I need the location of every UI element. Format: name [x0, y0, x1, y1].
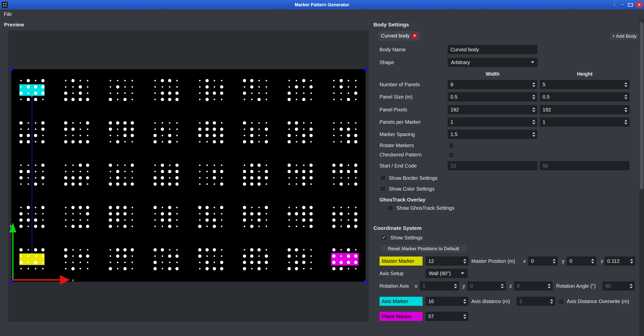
rotate-markers-checkbox[interactable] — [448, 143, 454, 148]
panels-width-spin[interactable] — [448, 80, 537, 89]
spin-down-icon[interactable] — [532, 110, 535, 112]
panel-pixels-width-input[interactable] — [448, 105, 531, 114]
spin-up-icon[interactable] — [553, 259, 556, 261]
spin-down-icon[interactable] — [591, 262, 594, 264]
spin-up-icon[interactable] — [532, 107, 535, 109]
master-position-y-spin[interactable] — [567, 257, 596, 266]
spinner-buttons[interactable] — [531, 118, 537, 126]
spinner-buttons[interactable] — [462, 257, 468, 265]
axis-marker-highlight[interactable] — [19, 84, 45, 96]
master-marker-id-spin[interactable] — [426, 257, 468, 266]
marker-spacing-input[interactable] — [448, 130, 531, 139]
spin-down-icon[interactable] — [501, 287, 504, 288]
panels-height-spin[interactable] — [540, 80, 629, 89]
checkered-pattern-checkbox[interactable] — [448, 152, 454, 158]
spinner-buttons[interactable] — [531, 93, 537, 101]
spin-down-icon[interactable] — [454, 287, 457, 288]
spinner-buttons[interactable] — [462, 297, 468, 306]
minimize-button[interactable]: − — [620, 2, 625, 7]
axis-marker-id-input[interactable] — [426, 297, 462, 306]
axis-setup-select[interactable]: Wall (90°) — [426, 269, 468, 278]
spin-down-icon[interactable] — [624, 110, 627, 112]
rollup-button[interactable]: ↑ — [612, 2, 617, 7]
plane-marker-highlight[interactable] — [331, 253, 359, 266]
panels-height-input[interactable] — [540, 80, 623, 89]
plane-marker-id-input[interactable] — [426, 312, 462, 321]
panels-width-input[interactable] — [448, 80, 531, 89]
body-name-input[interactable] — [448, 45, 537, 54]
spinner-buttons[interactable] — [589, 257, 596, 265]
spin-up-icon[interactable] — [463, 314, 466, 316]
spinner-buttons[interactable] — [623, 80, 629, 89]
close-button[interactable]: × — [636, 2, 642, 8]
panel-size-width-spin[interactable] — [448, 92, 537, 101]
spin-up-icon[interactable] — [532, 132, 535, 134]
spin-up-icon[interactable] — [624, 82, 627, 84]
spin-down-icon[interactable] — [532, 98, 535, 99]
maximize-button[interactable] — [628, 3, 633, 7]
show-border-settings-checkbox[interactable] — [380, 175, 386, 181]
scrollbar-thumb[interactable] — [640, 22, 643, 189]
spin-up-icon[interactable] — [591, 259, 594, 261]
vertical-scrollbar[interactable] — [639, 19, 644, 336]
show-ghostrack-settings-checkbox[interactable] — [388, 205, 393, 211]
master-position-x-spin[interactable] — [528, 257, 558, 266]
shape-select[interactable]: Arbitrary — [448, 58, 538, 67]
spinner-buttons[interactable] — [531, 105, 537, 114]
spinner-buttons[interactable] — [623, 93, 629, 101]
spin-up-icon[interactable] — [548, 284, 551, 285]
spin-up-icon[interactable] — [624, 120, 627, 121]
show-settings-checkbox[interactable] — [381, 235, 387, 240]
spinner-buttons[interactable] — [551, 257, 557, 265]
spin-down-icon[interactable] — [463, 302, 466, 304]
panel-pixels-height-spin[interactable] — [540, 105, 629, 114]
resize-handle[interactable] — [10, 280, 13, 283]
spinner-buttons[interactable] — [628, 257, 635, 265]
spinner-buttons[interactable] — [462, 312, 468, 321]
spin-down-icon[interactable] — [624, 85, 627, 87]
panel-pixels-width-spin[interactable] — [448, 105, 537, 114]
panels-per-marker-height-spin[interactable] — [540, 117, 629, 127]
panels-per-marker-width-input[interactable] — [448, 118, 531, 126]
spin-up-icon[interactable] — [463, 299, 466, 301]
plane-marker-id-spin[interactable] — [426, 312, 468, 321]
axis-distance-overwrite-checkbox[interactable] — [558, 299, 564, 304]
spin-down-icon[interactable] — [532, 85, 535, 87]
spin-up-icon[interactable] — [630, 284, 633, 285]
spin-up-icon[interactable] — [630, 259, 633, 261]
spin-up-icon[interactable] — [532, 120, 535, 121]
spin-down-icon[interactable] — [553, 262, 556, 264]
spin-down-icon[interactable] — [532, 123, 535, 124]
preview-canvas[interactable]: zx — [9, 31, 368, 321]
master-position-z-input[interactable] — [605, 257, 628, 265]
spin-up-icon[interactable] — [532, 82, 535, 84]
master-position-y-input[interactable] — [567, 257, 589, 265]
spinner-buttons[interactable] — [623, 118, 629, 126]
spin-down-icon[interactable] — [532, 135, 535, 137]
end-code-input[interactable] — [540, 161, 629, 170]
axis-marker-id-spin[interactable] — [426, 297, 468, 306]
start-code-input[interactable] — [448, 161, 537, 170]
panel-size-height-input[interactable] — [540, 93, 623, 101]
panels-per-marker-width-spin[interactable] — [448, 117, 537, 127]
spin-down-icon[interactable] — [630, 287, 633, 288]
spin-up-icon[interactable] — [624, 107, 627, 109]
spin-up-icon[interactable] — [501, 284, 504, 285]
spinner-buttons[interactable] — [531, 80, 537, 89]
show-color-settings-checkbox[interactable] — [380, 186, 386, 192]
tab-close-icon[interactable]: × — [412, 33, 417, 38]
add-body-button[interactable]: + Add Body — [610, 32, 639, 40]
spin-down-icon[interactable] — [630, 262, 633, 264]
marker-spacing-spin[interactable] — [448, 130, 537, 139]
spin-down-icon[interactable] — [548, 287, 551, 288]
panel-pixels-height-input[interactable] — [540, 105, 623, 114]
spin-down-icon[interactable] — [624, 123, 627, 124]
resize-handle[interactable] — [364, 68, 367, 71]
spin-up-icon[interactable] — [532, 95, 535, 96]
spin-up-icon[interactable] — [550, 299, 553, 301]
resize-handle[interactable] — [10, 68, 13, 71]
master-marker-highlight[interactable] — [19, 254, 45, 265]
panel-size-height-spin[interactable] — [540, 92, 629, 101]
panel-size-width-input[interactable] — [448, 93, 531, 101]
spin-down-icon[interactable] — [463, 262, 466, 264]
